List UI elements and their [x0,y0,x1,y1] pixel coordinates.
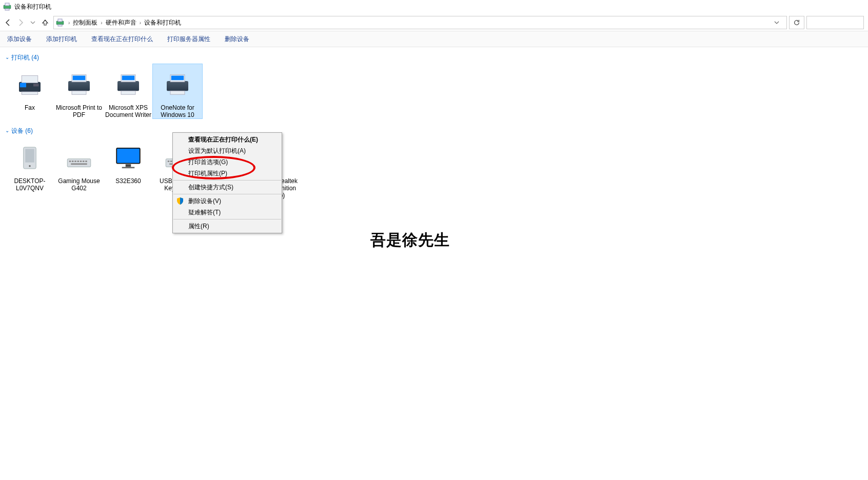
content-area: ⌄ 打印机 (4) FaxMicrosoft Print to PDFMicro… [0,47,868,205]
menu-item-label: 打印机属性(P) [188,169,227,178]
device-item[interactable]: Microsoft Print to PDF [54,64,104,118]
menu-separator [173,219,281,219]
svg-rect-38 [122,167,135,169]
svg-rect-24 [25,149,34,163]
menu-item[interactable]: 查看现在正在打印什么(E) [173,134,282,145]
svg-rect-22 [170,91,185,94]
svg-rect-10 [22,92,38,94]
devices-printers-icon [56,18,64,27]
devices-items: DESKTOP-L0V7QNVGaming Mouse G402S32E360U… [5,137,863,203]
svg-rect-8 [20,83,26,88]
chevron-right-icon[interactable]: › [139,20,142,26]
add-device-button[interactable]: 添加设备 [0,31,39,47]
printer-icon [112,68,145,101]
svg-rect-4 [58,19,62,22]
chevron-down-icon: ⌄ [5,128,9,133]
window-title: 设备和打印机 [14,3,51,11]
up-button[interactable] [39,16,51,29]
device-label: S32E360 [114,177,142,185]
svg-rect-11 [68,81,90,91]
monitor-icon [112,142,145,174]
svg-rect-31 [80,161,82,162]
chevron-right-icon[interactable]: › [100,20,103,26]
menu-item[interactable]: 打印首选项(G) [173,156,282,168]
address-dropdown[interactable] [774,20,784,25]
printer-icon [161,68,194,101]
device-label: Microsoft XPS Document Writer [104,104,153,118]
search-input[interactable] [806,16,864,29]
recent-dropdown[interactable] [27,16,39,29]
device-item[interactable]: S32E360 [104,137,153,199]
menu-item-label: 创建快捷方式(S) [188,183,233,192]
menu-item-label: 属性(R) [188,222,209,231]
printer-icon [63,68,95,101]
shield-icon [176,197,184,205]
svg-rect-29 [74,161,76,162]
svg-rect-27 [69,161,71,162]
svg-rect-9 [33,84,39,86]
add-printer-button[interactable]: 添加打印机 [39,31,84,47]
menu-item[interactable]: 属性(R) [173,221,282,232]
address-bar[interactable]: › 控制面板 › 硬件和声音 › 设备和打印机 [53,16,787,29]
menu-item-label: 查看现在正在打印什么(E) [188,135,258,144]
keyboard-icon [63,142,95,174]
svg-rect-35 [116,148,140,164]
pc-icon [13,142,46,174]
device-item[interactable]: DESKTOP-L0V7QNV [5,137,54,199]
watermark-text: 吾是徐先生 [370,230,450,251]
device-item[interactable]: OneNote for Windows 10 [153,64,202,118]
device-label: OneNote for Windows 10 [153,104,202,118]
see-whats-printing-button[interactable]: 查看现在正在打印什么 [84,31,160,47]
group-header-label: 打印机 (4) [11,53,39,62]
svg-rect-26 [67,159,91,167]
breadcrumb[interactable]: 设备和打印机 [142,18,183,27]
nav-row: › 控制面板 › 硬件和声音 › 设备和打印机 [0,14,868,31]
breadcrumb[interactable]: 控制面板 [71,18,100,27]
svg-rect-28 [72,161,74,162]
chevron-down-icon: ⌄ [5,54,9,60]
svg-rect-13 [73,76,86,81]
device-label: Gaming Mouse G402 [54,177,104,192]
context-menu: 查看现在正在打印什么(E)设置为默认打印机(A)打印首选项(G)打印机属性(P)… [172,132,282,233]
print-server-properties-button[interactable]: 打印服务器属性 [160,31,218,47]
breadcrumb[interactable]: 硬件和声音 [104,18,139,27]
device-label: DESKTOP-L0V7QNV [5,177,54,192]
forward-button[interactable] [14,16,27,29]
device-item[interactable]: Gaming Mouse G402 [54,137,104,199]
menu-item[interactable]: 疑难解答(T) [173,207,282,218]
menu-separator [173,194,281,194]
command-bar: 添加设备 添加打印机 查看现在正在打印什么 打印服务器属性 删除设备 [0,31,868,47]
svg-rect-7 [22,76,38,83]
titlebar: 设备和打印机 [0,0,868,13]
device-label: Microsoft Print to PDF [54,104,104,118]
chevron-right-icon[interactable]: › [67,20,71,26]
svg-rect-19 [167,81,188,91]
svg-rect-32 [83,161,85,162]
menu-item-label: 删除设备(V) [188,197,221,206]
svg-rect-17 [122,76,135,81]
device-item[interactable]: Fax [5,64,54,118]
group-header-printers[interactable]: ⌄ 打印机 (4) [5,53,863,62]
group-header-devices[interactable]: ⌄ 设备 (6) [5,127,863,135]
fax-icon [13,68,46,101]
svg-rect-30 [77,161,80,162]
device-label: Fax [24,104,36,111]
svg-rect-34 [71,164,87,165]
svg-rect-5 [58,25,62,26]
menu-item[interactable]: 打印机属性(P) [173,168,282,179]
device-item[interactable]: Microsoft XPS Document Writer [104,64,153,118]
svg-rect-40 [168,161,170,162]
svg-rect-21 [171,76,184,81]
svg-rect-2 [5,9,9,10]
svg-rect-1 [5,3,9,6]
svg-point-25 [29,165,31,167]
refresh-button[interactable] [789,16,804,29]
svg-rect-33 [85,161,87,162]
menu-item[interactable]: 创建快捷方式(S) [173,182,282,193]
menu-item[interactable]: 删除设备(V) [173,195,282,207]
svg-rect-41 [170,161,172,162]
back-button[interactable] [2,16,14,29]
menu-item[interactable]: 设置为默认打印机(A) [173,145,282,156]
remove-device-button[interactable]: 删除设备 [218,31,257,47]
menu-separator [173,180,281,181]
